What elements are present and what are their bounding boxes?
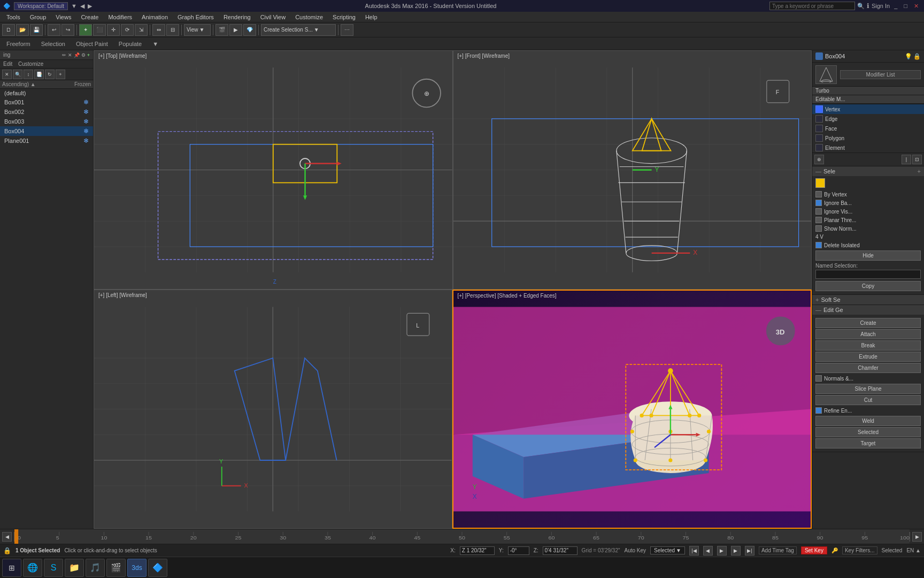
named-sel-btn[interactable]: ⋯: [341, 24, 353, 36]
sel-hide-btn[interactable]: Hide: [815, 250, 921, 261]
new-scene-btn[interactable]: 🗋: [2, 24, 15, 36]
named-sel-input[interactable]: [815, 270, 921, 279]
edit-geom-header[interactable]: — Edit Ge: [812, 305, 924, 315]
play-start-btn[interactable]: |◀: [689, 546, 699, 556]
toolbar2-selection[interactable]: Selection: [39, 40, 67, 48]
menu-views[interactable]: Views: [51, 13, 75, 21]
se-edit-btn[interactable]: ✏: [62, 52, 66, 58]
rp-render-icon[interactable]: 💡: [905, 53, 912, 60]
add-time-tag-btn[interactable]: Add Time Tag: [759, 546, 797, 554]
play-end-btn[interactable]: ▶|: [745, 546, 754, 556]
se-add-item-btn[interactable]: +: [56, 70, 65, 79]
render-btn[interactable]: ▶: [229, 24, 242, 36]
y-field[interactable]: [508, 546, 529, 555]
render-setup-btn[interactable]: 🎬: [215, 24, 228, 36]
menu-customize[interactable]: Customize: [291, 13, 327, 21]
edit-attach-btn[interactable]: Attach: [815, 329, 921, 339]
se-search-btn[interactable]: 🔍: [13, 70, 22, 79]
menu-modifiers[interactable]: Modifiers: [104, 13, 136, 21]
viewport-front[interactable]: [+] [Front] [Wireframe]: [453, 50, 812, 290]
align-btn[interactable]: ⊟: [166, 24, 179, 36]
z-field[interactable]: [543, 546, 578, 555]
selection-set-dropdown[interactable]: Create Selection S... ▼: [261, 24, 336, 36]
menu-help[interactable]: Help: [361, 13, 382, 21]
menu-scripting[interactable]: Scripting: [328, 13, 360, 21]
search-input[interactable]: [769, 2, 855, 10]
edit-chamfer-btn[interactable]: Chamfer: [815, 363, 921, 373]
edit-target-btn[interactable]: Target: [815, 438, 921, 448]
key-filters-btn[interactable]: Key Filters...: [842, 546, 877, 554]
edit-selected-btn[interactable]: Selected: [815, 427, 921, 437]
save-btn[interactable]: 💾: [30, 24, 43, 36]
menu-tools[interactable]: Tools: [2, 13, 25, 21]
toolbar2-extra[interactable]: ▼: [150, 40, 160, 48]
scene-item-box002[interactable]: Box002 ❄: [0, 107, 93, 117]
edit-weld-btn[interactable]: Weld: [815, 416, 921, 426]
toolbar2-object-paint[interactable]: Object Paint: [74, 40, 110, 48]
toolbar2-freeform[interactable]: Freeform: [4, 40, 33, 48]
viewport-top[interactable]: [+] [Top] [Wireframe]: [94, 50, 453, 290]
viewport-perspective[interactable]: [+] [Perspective] [Shaded + Edged Faces]: [452, 290, 812, 529]
edit-create-btn[interactable]: Create: [815, 318, 921, 328]
menu-civil-view[interactable]: Civil View: [256, 13, 290, 21]
sel-delete-isolated-cb[interactable]: [815, 242, 822, 248]
edit-extrude-btn[interactable]: Extrude: [815, 352, 921, 362]
se-layer-btn[interactable]: 📑: [34, 70, 44, 79]
edit-normals-cb[interactable]: [815, 375, 822, 382]
taskbar-skype[interactable]: S: [44, 559, 63, 577]
search-icon[interactable]: 🔍: [857, 3, 865, 10]
menu-group[interactable]: Group: [26, 13, 51, 21]
timeline-track[interactable]: 0 5 10 15 20 25 30 35 40 45 50 55 60 65 …: [14, 529, 910, 544]
scene-item-box004[interactable]: Box004 ❄: [0, 126, 93, 136]
select-btn[interactable]: ✦: [79, 24, 92, 36]
scene-item-box001[interactable]: Box001 ❄: [0, 97, 93, 107]
minimize-btn[interactable]: _: [892, 3, 899, 9]
set-key-btn[interactable]: Set Key: [801, 546, 827, 554]
taskbar-start[interactable]: ⊞: [2, 559, 21, 577]
viewport-left[interactable]: [+] [Left] [Wireframe]: [94, 290, 452, 529]
sub-edge[interactable]: Edge: [812, 114, 924, 124]
menu-rendering[interactable]: Rendering: [219, 13, 255, 21]
soft-sel-header[interactable]: + Soft Se: [812, 295, 924, 305]
select-region-btn[interactable]: ⬛: [93, 24, 106, 36]
maximize-btn[interactable]: □: [902, 3, 910, 9]
se-add-btn[interactable]: +: [87, 52, 90, 58]
sel-copy-btn[interactable]: Copy: [815, 281, 921, 291]
workspace-arrow[interactable]: ▼: [71, 3, 77, 9]
edit-refine-cb[interactable]: [815, 407, 822, 414]
nav-back[interactable]: ◀: [80, 3, 84, 10]
redo-btn[interactable]: ↪: [61, 24, 74, 36]
rp-stack-btn1[interactable]: ⊕: [814, 155, 824, 164]
se-edit-menu[interactable]: Edit: [3, 61, 12, 67]
menu-animation[interactable]: Animation: [137, 13, 172, 21]
edit-break-btn[interactable]: Break: [815, 340, 921, 351]
play-btn[interactable]: ▶: [717, 546, 727, 556]
scale-btn[interactable]: ⇲: [135, 24, 148, 36]
menu-create[interactable]: Create: [76, 13, 103, 21]
se-close-btn[interactable]: ✕: [68, 52, 72, 58]
taskbar-media[interactable]: 🎵: [86, 559, 105, 577]
open-btn[interactable]: 📂: [16, 24, 29, 36]
info-icon[interactable]: ℹ: [867, 2, 869, 10]
undo-btn[interactable]: ↩: [48, 24, 60, 36]
sel-ignore-vis-cb[interactable]: [815, 208, 822, 215]
se-pin-btn[interactable]: 📌: [74, 52, 80, 58]
close-btn[interactable]: ✕: [912, 3, 921, 10]
rp-modifier-list-text[interactable]: Modifier List: [840, 70, 921, 79]
sub-polygon[interactable]: Polygon: [812, 133, 924, 143]
material-editor-btn[interactable]: 💎: [243, 24, 256, 36]
sel-planar-cb[interactable]: [815, 217, 822, 223]
menu-graph-editors[interactable]: Graph Editors: [173, 13, 218, 21]
se-customize-btn[interactable]: ⚙: [81, 52, 86, 58]
sub-face[interactable]: Face: [812, 124, 924, 133]
edit-cut-btn[interactable]: Cut: [815, 395, 921, 405]
sel-ignore-back-cb[interactable]: [815, 200, 822, 206]
taskbar-3dsmax[interactable]: 3ds: [127, 559, 147, 577]
nav-forward[interactable]: ▶: [88, 3, 92, 10]
timeline-scroll-right[interactable]: ▶: [912, 532, 922, 542]
rp-obj-icon2[interactable]: 🔒: [913, 53, 921, 60]
taskbar-vlc[interactable]: 🎬: [106, 559, 126, 577]
rotate-btn[interactable]: ⟳: [121, 24, 134, 36]
taskbar-chrome[interactable]: 🌐: [23, 559, 42, 577]
sel-color-swatch[interactable]: [815, 178, 825, 188]
